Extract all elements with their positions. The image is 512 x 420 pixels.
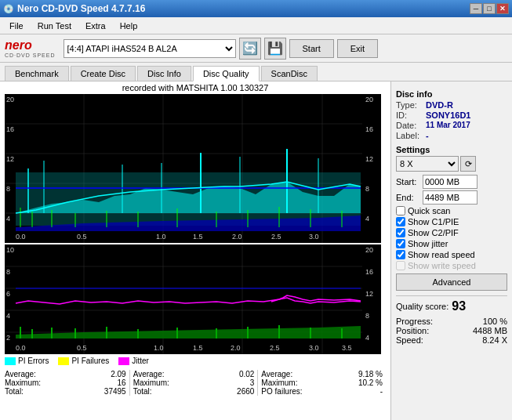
svg-text:4: 4: [365, 334, 369, 342]
pi-failures-stats: Average: 0.02 Maximum: 3 Total: 2660: [130, 370, 259, 396]
show-read-checkbox[interactable]: [396, 250, 405, 259]
show-c2-row: Show C2/PIF: [396, 228, 507, 237]
app-icon: 💿: [3, 4, 14, 14]
tab-benchmark[interactable]: Benchmark: [5, 66, 69, 81]
menu-help[interactable]: Help: [114, 20, 144, 32]
progress-value: 100 %: [483, 317, 507, 326]
svg-text:1.5: 1.5: [193, 344, 203, 352]
svg-text:4: 4: [6, 312, 10, 320]
svg-text:16: 16: [365, 125, 373, 133]
pi-errors-total-label: Total:: [5, 387, 24, 396]
menu-extra[interactable]: Extra: [79, 20, 112, 32]
tabs: Benchmark Create Disc Disc Info Disc Qua…: [0, 63, 512, 81]
start-button[interactable]: Start: [289, 39, 334, 58]
svg-text:3.0: 3.0: [309, 344, 319, 352]
disc-date-row: Date: 11 Mar 2017: [396, 121, 507, 130]
svg-text:2.5: 2.5: [270, 344, 280, 352]
chart-top-svg: 20 16 12 8 4 20 16 12 8 4 0.0 0.5 1.0 1.…: [5, 94, 381, 243]
svg-text:3.5: 3.5: [342, 344, 352, 352]
disc-info-title: Disc info: [396, 89, 507, 99]
show-jitter-checkbox[interactable]: [396, 239, 405, 248]
pi-failures-max-value: 3: [250, 378, 255, 387]
pi-failures-avg-label: Average:: [133, 370, 165, 378]
drive-selector[interactable]: [4:4] ATAPI iHAS524 B AL2A: [64, 39, 236, 58]
legend-pi-errors: PI Errors: [5, 357, 49, 365]
svg-text:2.0: 2.0: [232, 233, 242, 241]
pi-errors-max-label: Maximum:: [5, 378, 41, 387]
show-read-label: Show read speed: [408, 250, 475, 259]
refresh-button[interactable]: 🔄: [239, 38, 261, 60]
disc-date-label: Date:: [396, 121, 426, 130]
pi-failures-max-row: Maximum: 3: [133, 378, 255, 387]
chart-bottom-svg: 10 8 6 4 2 20 16 12 8 4 0.0 0.5 1.0 1.5 …: [5, 244, 381, 354]
speed-prog-label: Speed:: [396, 335, 423, 345]
show-read-row: Show read speed: [396, 250, 507, 259]
speed-row-prog: Speed: 8.24 X: [396, 335, 507, 345]
disc-id-row: ID: SONY16D1: [396, 110, 507, 120]
disc-id-value: SONY16D1: [426, 110, 470, 120]
pi-errors-label: PI Errors: [18, 357, 49, 365]
svg-text:1.5: 1.5: [193, 233, 203, 241]
start-mb-row: Start:: [396, 175, 507, 189]
svg-text:3.0: 3.0: [309, 233, 319, 241]
show-c1-checkbox[interactable]: [396, 217, 405, 226]
svg-text:2: 2: [6, 334, 10, 342]
app-title: Nero CD-DVD Speed 4.7.7.16: [17, 3, 145, 14]
end-mb-input[interactable]: [423, 190, 478, 205]
minimize-button[interactable]: ─: [470, 3, 482, 14]
show-c1-row: Show C1/PIE: [396, 217, 507, 226]
refresh-speed-button[interactable]: ⟳: [460, 156, 476, 172]
pi-failures-total-value: 2660: [237, 387, 254, 396]
menu-run-test[interactable]: Run Test: [31, 20, 78, 32]
tab-create-disc[interactable]: Create Disc: [71, 66, 136, 81]
svg-text:0.5: 0.5: [77, 344, 87, 352]
tab-scandisc[interactable]: ScanDisc: [261, 66, 318, 81]
pi-errors-max-value: 16: [118, 378, 126, 387]
disc-id-label: ID:: [396, 110, 426, 120]
tab-disc-quality[interactable]: Disc Quality: [193, 66, 260, 81]
pi-errors-avg-label: Average:: [5, 370, 36, 378]
menu-file[interactable]: File: [3, 20, 30, 32]
jitter-po-value: -: [380, 387, 383, 396]
speed-prog-value: 8.24 X: [482, 335, 507, 345]
jitter-label: Jitter: [132, 357, 149, 365]
disc-type-label: Type:: [396, 100, 426, 110]
pi-errors-avg-value: 2.09: [111, 370, 125, 378]
disc-type-value: DVD-R: [426, 100, 453, 110]
svg-text:0.0: 0.0: [16, 233, 26, 241]
quality-score-value: 93: [452, 299, 466, 313]
pi-failures-avg-value: 0.02: [239, 370, 254, 378]
legend: PI Errors PI Failures Jitter: [0, 354, 390, 368]
svg-text:2.0: 2.0: [231, 344, 241, 352]
maximize-button[interactable]: □: [483, 3, 496, 14]
start-mb-input[interactable]: [423, 175, 478, 189]
titlebar: 💿 Nero CD-DVD Speed 4.7.7.16 ─ □ ✕: [0, 0, 512, 17]
disc-date-value: 11 Mar 2017: [426, 121, 470, 130]
jitter-avg-label: Average:: [261, 370, 292, 378]
show-write-row: Show write speed: [396, 261, 507, 270]
svg-text:1.0: 1.0: [156, 233, 166, 241]
exit-button[interactable]: Exit: [337, 39, 378, 58]
svg-text:1.0: 1.0: [154, 344, 164, 352]
toolbar: nero CD·DVD SPEED [4:4] ATAPI iHAS524 B …: [0, 34, 512, 63]
svg-text:4: 4: [365, 215, 369, 223]
quality-score-section: Quality score: 93: [396, 295, 507, 313]
advanced-button[interactable]: Advanced: [396, 273, 507, 291]
show-c2-checkbox[interactable]: [396, 228, 405, 237]
show-c2-label: Show C2/PIF: [408, 228, 459, 237]
pi-errors-max-row: Maximum: 16: [5, 378, 126, 387]
chart-area: recorded with MATSHITA 1.00 130327 20: [0, 81, 390, 420]
speed-selector[interactable]: 8 X Max 4 X 16 X: [396, 156, 459, 172]
quick-scan-checkbox[interactable]: [396, 206, 405, 215]
close-button[interactable]: ✕: [496, 3, 509, 14]
save-button[interactable]: 💾: [264, 38, 286, 60]
tab-disc-info[interactable]: Disc Info: [137, 66, 191, 81]
show-write-checkbox[interactable]: [396, 261, 405, 270]
jitter-max-value: 10.2 %: [358, 378, 383, 387]
pi-errors-color: [5, 357, 16, 365]
jitter-avg-value: 9.18 %: [358, 370, 383, 378]
position-value: 4488 MB: [473, 326, 507, 335]
show-c1-label: Show C1/PIE: [408, 217, 459, 226]
svg-text:10: 10: [6, 246, 14, 254]
svg-text:8: 8: [6, 268, 10, 276]
